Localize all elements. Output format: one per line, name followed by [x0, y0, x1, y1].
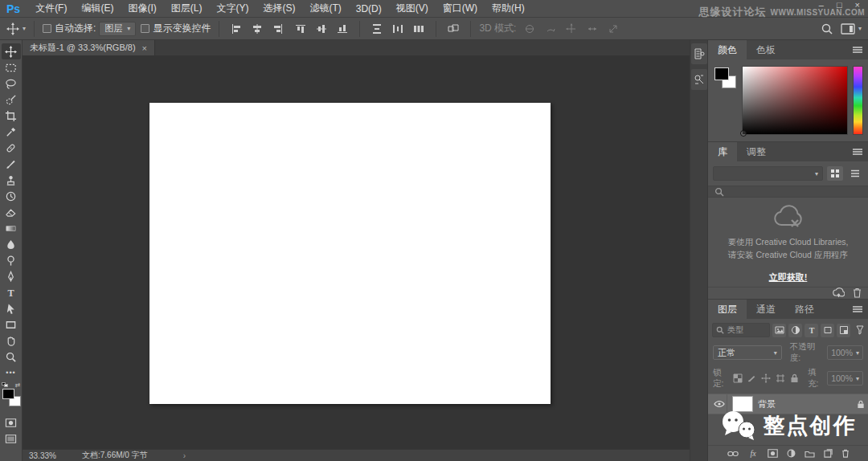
align-center-h-icon[interactable] — [248, 20, 266, 38]
panel-menu-icon[interactable] — [852, 46, 863, 54]
layer-style-fx-icon[interactable]: fx — [747, 449, 759, 458]
rectangular-marquee-tool[interactable] — [2, 59, 21, 75]
3d-rotate-icon[interactable] — [521, 20, 538, 38]
tab-layers[interactable]: 图层 — [708, 300, 747, 319]
history-brush-tool[interactable] — [2, 188, 21, 204]
align-bottom-icon[interactable] — [334, 20, 351, 38]
search-icon[interactable] — [818, 20, 836, 38]
panel-menu-icon[interactable] — [852, 305, 863, 313]
auto-align-icon[interactable] — [444, 20, 462, 38]
menu-view[interactable]: 视图(V) — [389, 2, 436, 15]
fill-field[interactable]: 100% ▾ — [827, 371, 863, 386]
align-left-icon[interactable] — [227, 20, 245, 38]
shape-tool[interactable] — [2, 316, 21, 332]
eraser-tool[interactable] — [2, 204, 21, 220]
crop-tool[interactable] — [2, 108, 21, 124]
canvas[interactable] — [149, 103, 551, 404]
swap-colors-icon[interactable]: ⇄ — [15, 381, 21, 389]
3d-pan-icon[interactable] — [563, 20, 580, 38]
minimize-button[interactable]: – — [819, 0, 824, 10]
color-picker-cursor[interactable] — [740, 130, 747, 137]
blur-tool[interactable] — [2, 236, 21, 252]
sync-library-icon[interactable] — [833, 288, 845, 298]
foreground-color-swatch[interactable] — [2, 389, 14, 399]
menu-window[interactable]: 窗口(W) — [436, 2, 485, 15]
screen-mode-icon[interactable] — [2, 430, 21, 447]
filter-smart-objects-icon[interactable] — [837, 324, 850, 337]
move-tool[interactable] — [2, 43, 21, 59]
library-selector-dropdown[interactable]: ▾ — [713, 166, 823, 181]
path-selection-tool[interactable] — [2, 300, 21, 316]
menu-select[interactable]: 选择(S) — [256, 2, 302, 15]
new-group-icon[interactable] — [805, 450, 815, 458]
lasso-tool[interactable] — [2, 75, 21, 92]
eyedropper-tool[interactable] — [2, 124, 21, 140]
panel-menu-icon[interactable] — [852, 148, 863, 156]
lock-position-icon[interactable] — [761, 372, 772, 385]
list-view-icon[interactable] — [847, 166, 863, 181]
tab-channels[interactable]: 通道 — [747, 300, 785, 319]
lock-all-icon[interactable] — [789, 372, 800, 385]
tab-paths[interactable]: 路径 — [785, 300, 824, 319]
delete-library-icon[interactable] — [853, 288, 862, 298]
zoom-level-field[interactable]: 33.33% — [29, 451, 71, 460]
foreground-color-swatch[interactable] — [714, 67, 729, 80]
clone-stamp-tool[interactable] — [2, 172, 21, 188]
filter-type-layers-icon[interactable]: T — [805, 324, 818, 337]
auto-select-dropdown[interactable]: 图层 ▾ — [99, 22, 136, 36]
link-layers-icon[interactable] — [727, 451, 739, 457]
menu-3d[interactable]: 3D(D) — [349, 3, 389, 14]
align-top-icon[interactable] — [292, 20, 309, 38]
properties-panel-icon[interactable] — [691, 69, 707, 90]
grid-view-icon[interactable] — [827, 166, 843, 181]
lock-transparent-pixels-icon[interactable] — [732, 372, 743, 385]
distribute-top-icon[interactable] — [368, 20, 386, 38]
tab-swatches[interactable]: 色板 — [747, 40, 785, 59]
menu-file[interactable]: 文件(F) — [28, 2, 74, 15]
type-tool[interactable]: T — [2, 284, 21, 300]
filter-pixel-layers-icon[interactable] — [772, 324, 786, 337]
default-colors-icon[interactable] — [2, 382, 8, 388]
document-tab[interactable]: 未标题-1 @ 33.3%(RGB/8) × — [23, 40, 155, 55]
quick-selection-tool[interactable] — [2, 92, 21, 108]
layer-mask-icon[interactable] — [768, 449, 778, 458]
opacity-field[interactable]: 100% ▾ — [827, 345, 863, 360]
menu-filter[interactable]: 滤镜(T) — [302, 2, 348, 15]
close-button[interactable]: × — [855, 0, 860, 10]
tab-adjustments[interactable]: 调整 — [737, 142, 776, 161]
saturation-brightness-field[interactable] — [742, 66, 848, 135]
filter-shape-layers-icon[interactable] — [821, 324, 834, 337]
filter-adjustment-layers-icon[interactable] — [788, 324, 802, 337]
align-right-icon[interactable] — [269, 20, 287, 38]
delete-layer-icon[interactable] — [841, 449, 850, 458]
3d-slide-icon[interactable] — [583, 20, 601, 38]
auto-select-checkbox[interactable] — [43, 24, 51, 33]
tab-libraries[interactable]: 库 — [708, 142, 737, 161]
quick-mask-icon[interactable] — [2, 414, 21, 430]
history-panel-icon[interactable] — [691, 43, 707, 64]
close-icon[interactable]: × — [142, 43, 147, 53]
zoom-tool[interactable] — [2, 349, 21, 365]
adjustment-layer-icon[interactable] — [787, 449, 796, 458]
layer-filter-toggle-icon[interactable] — [856, 325, 864, 335]
tab-color[interactable]: 颜色 — [708, 40, 747, 59]
3d-scale-icon[interactable] — [604, 20, 622, 38]
pen-tool[interactable] — [2, 268, 21, 284]
lock-artboard-icon[interactable] — [775, 372, 785, 385]
workspace-switcher[interactable]: ▾ — [841, 23, 862, 35]
layer-filter-type-dropdown[interactable]: 类型 — [712, 323, 770, 337]
gradient-tool[interactable] — [2, 220, 21, 236]
menu-help[interactable]: 帮助(H) — [485, 2, 532, 15]
align-middle-icon[interactable] — [313, 20, 330, 38]
show-transform-checkbox[interactable] — [141, 24, 149, 33]
brush-tool[interactable] — [2, 156, 21, 172]
menu-type[interactable]: 文字(Y) — [209, 2, 256, 15]
3d-roll-icon[interactable] — [542, 20, 559, 38]
menu-layer[interactable]: 图层(L) — [164, 2, 210, 15]
status-options-chevron[interactable]: › — [183, 451, 186, 460]
get-now-link[interactable]: 立即获取! — [769, 271, 808, 284]
library-search-field[interactable] — [708, 186, 868, 198]
new-layer-icon[interactable] — [824, 449, 833, 458]
lock-image-pixels-icon[interactable] — [747, 372, 757, 385]
dodge-tool[interactable] — [2, 252, 21, 268]
